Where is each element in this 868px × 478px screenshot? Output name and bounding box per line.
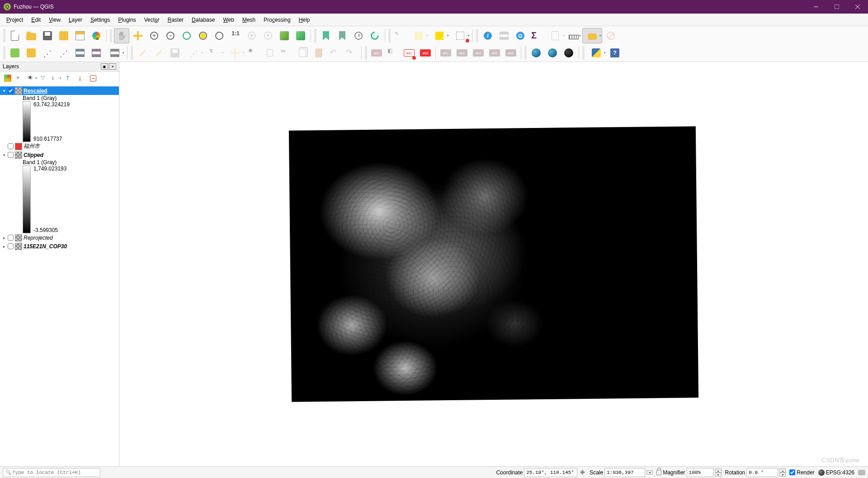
vertex-tool-button[interactable]: ✱ xyxy=(246,45,261,61)
layer-checkbox[interactable] xyxy=(8,152,14,158)
new-virtual-layer-button[interactable] xyxy=(89,45,104,61)
caret-icon[interactable]: ▸ xyxy=(2,244,6,249)
toolbar-grip[interactable] xyxy=(3,29,5,42)
deselect-button[interactable]: ▾ xyxy=(450,28,470,43)
scale-dropdown[interactable]: ▾ xyxy=(646,470,653,474)
toolbar-grip[interactable] xyxy=(110,29,112,42)
zoom-native-button[interactable]: 1:1 xyxy=(228,28,243,43)
new-3d-view-button[interactable] xyxy=(293,28,308,43)
layer-checkbox[interactable] xyxy=(8,243,14,249)
new-project-button[interactable] xyxy=(7,28,23,43)
menu-web[interactable]: Web xyxy=(219,15,237,25)
toolbox-button[interactable] xyxy=(513,28,528,43)
select-by-value-button[interactable]: ▾ xyxy=(429,28,449,43)
change-label-button[interactable] xyxy=(487,45,502,61)
new-shapefile-button[interactable] xyxy=(40,45,55,61)
toolbar-grip[interactable] xyxy=(314,29,316,42)
toggle-editing-button[interactable] xyxy=(151,45,166,61)
layer-tree[interactable]: ▾ Rescaled Band 1 (Gray) 63,742.324219 9… xyxy=(0,85,119,466)
locator-input[interactable] xyxy=(12,470,98,475)
rotation-value[interactable] xyxy=(746,468,778,477)
filter-expression-button[interactable] xyxy=(51,73,62,84)
identify-button[interactable] xyxy=(480,28,495,43)
panel-undock-button[interactable]: ▣ xyxy=(101,63,108,70)
close-button[interactable] xyxy=(847,0,868,14)
field-calc-button[interactable]: ▾ xyxy=(545,28,565,43)
label-props-button[interactable] xyxy=(503,45,519,61)
caret-icon[interactable]: ▾ xyxy=(2,89,6,93)
label-button[interactable] xyxy=(369,45,384,61)
magnifier-value[interactable] xyxy=(687,468,714,477)
caret-icon[interactable]: ▸ xyxy=(2,236,6,240)
layer-cop30[interactable]: ▸ 115E21N_COP30 xyxy=(0,242,119,251)
plugin-globe2-button[interactable] xyxy=(561,45,576,61)
extents-icon[interactable] xyxy=(579,469,586,476)
help-button[interactable] xyxy=(607,45,623,61)
caret-icon[interactable]: ▾ xyxy=(2,153,6,157)
refresh-button[interactable] xyxy=(367,28,382,43)
copy-features-button[interactable] xyxy=(295,45,310,61)
select-features-button[interactable]: ▾ xyxy=(409,28,429,43)
delete-selected-button[interactable] xyxy=(262,45,278,61)
diagram-button[interactable]: ◧ xyxy=(385,45,401,61)
digitize-button[interactable]: ↯▾ xyxy=(204,45,224,61)
zoom-in-button[interactable] xyxy=(146,28,162,43)
cut-features-button[interactable] xyxy=(278,45,294,61)
filter-legend-button[interactable] xyxy=(38,73,50,84)
menu-mesh[interactable]: Mesh xyxy=(239,15,259,25)
zoom-last-button[interactable] xyxy=(244,28,259,43)
add-group-button[interactable] xyxy=(14,73,26,84)
current-edits-button[interactable] xyxy=(135,45,150,61)
zoom-selection-button[interactable] xyxy=(195,28,211,43)
layer-styling-button[interactable] xyxy=(2,73,14,84)
temporal-controller-button[interactable] xyxy=(351,28,366,43)
menu-processing[interactable]: Processing xyxy=(260,15,294,25)
manage-visibility-button[interactable] xyxy=(26,73,38,84)
toolbar-grip[interactable] xyxy=(388,29,391,42)
maximize-button[interactable] xyxy=(826,0,847,14)
metasearch-button[interactable] xyxy=(528,45,544,61)
paste-features-button[interactable] xyxy=(311,45,326,61)
plugin-globe-button[interactable] xyxy=(545,45,560,61)
new-map-view-button[interactable] xyxy=(277,28,292,43)
new-bookmark-button[interactable] xyxy=(318,28,334,43)
layer-checkbox[interactable] xyxy=(8,143,14,149)
measure-button[interactable]: ▾ xyxy=(566,28,581,43)
add-vector-layer-button[interactable] xyxy=(7,45,23,61)
toolbar-grip[interactable] xyxy=(524,47,527,59)
menu-project[interactable]: Project xyxy=(3,15,27,25)
expand-all-button[interactable] xyxy=(63,73,75,84)
menu-settings[interactable]: Settings xyxy=(87,15,113,25)
layer-checkbox[interactable] xyxy=(8,235,14,241)
open-attribute-table-button[interactable] xyxy=(496,28,512,43)
move-label-button[interactable] xyxy=(454,45,470,61)
locator[interactable] xyxy=(3,468,100,477)
add-feature-button[interactable]: ▾ xyxy=(184,45,203,61)
scale-value[interactable] xyxy=(604,468,645,477)
no-action-button[interactable] xyxy=(603,28,618,43)
new-print-layout-button[interactable] xyxy=(56,28,71,43)
toolbar-grip[interactable] xyxy=(365,47,367,59)
lock-icon[interactable] xyxy=(656,470,661,475)
new-geopackage-button[interactable] xyxy=(56,45,71,61)
collapse-all-button[interactable] xyxy=(75,73,87,84)
layer-clipped[interactable]: ▾ Clipped xyxy=(0,151,119,159)
layout-manager-button[interactable] xyxy=(72,28,88,43)
redo-button[interactable] xyxy=(344,45,359,61)
render-checkbox[interactable] xyxy=(789,469,795,475)
menu-plugins[interactable]: Plugins xyxy=(114,15,139,25)
python-console-button[interactable]: ▾ xyxy=(586,45,606,61)
pan-button[interactable] xyxy=(114,28,129,43)
menu-view[interactable]: View xyxy=(45,15,64,25)
toolbar-grip[interactable] xyxy=(3,47,5,59)
show-bookmarks-button[interactable] xyxy=(335,28,350,43)
select-arrow-button[interactable]: ↖ xyxy=(392,28,408,43)
layer-reprojected[interactable]: ▸ Reprojected xyxy=(0,233,119,242)
style-manager-button[interactable]: a xyxy=(89,28,104,43)
menu-layer[interactable]: Layer xyxy=(65,15,86,25)
toolbar-grip[interactable] xyxy=(131,47,133,59)
toolbar-grip[interactable] xyxy=(582,47,585,59)
move-feature-button[interactable]: ▾ xyxy=(225,45,245,61)
layer-checkbox[interactable] xyxy=(8,88,14,94)
show-labels-button[interactable] xyxy=(438,45,453,61)
